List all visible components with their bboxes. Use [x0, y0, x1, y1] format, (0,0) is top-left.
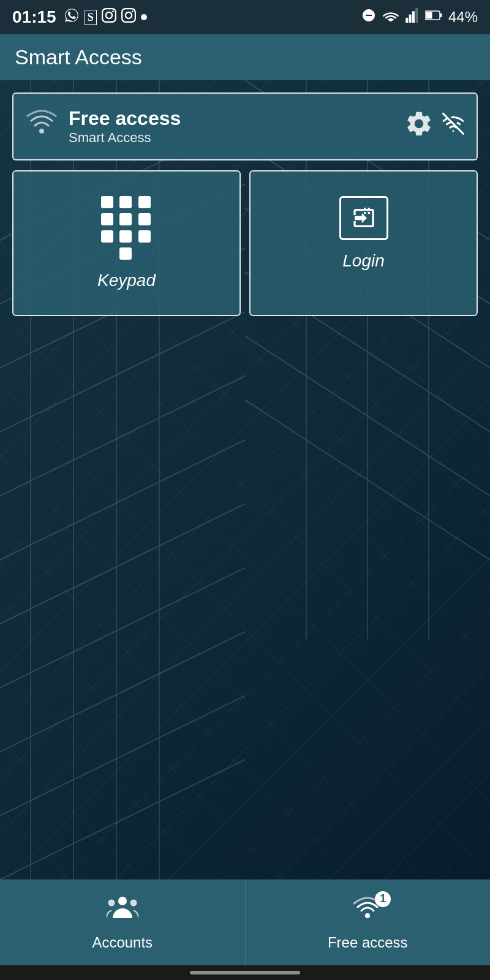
login-arrow-box — [339, 196, 388, 240]
keypad-icon — [101, 196, 153, 260]
svg-line-15 — [0, 631, 245, 752]
svg-line-10 — [0, 312, 245, 432]
camera-icon — [121, 8, 136, 26]
svg-line-11 — [0, 376, 245, 496]
login-button[interactable]: Login — [249, 170, 478, 316]
whatsapp-icon — [64, 7, 80, 27]
keypad-button[interactable]: Keypad — [12, 170, 241, 316]
status-bar-right: 44% — [361, 8, 478, 26]
svg-point-32 — [118, 897, 127, 905]
notification-dot — [141, 14, 147, 20]
svg-point-33 — [108, 899, 115, 906]
home-indicator — [0, 965, 490, 980]
svg-line-14 — [0, 568, 245, 688]
svg-line-13 — [0, 504, 245, 624]
accounts-icon — [107, 895, 138, 928]
svg-rect-5 — [440, 13, 442, 17]
sport-icon: S — [85, 10, 97, 25]
dnd-icon — [361, 8, 376, 26]
free-access-badge: 1 — [375, 891, 391, 907]
access-card-right — [404, 109, 464, 145]
home-bar — [190, 971, 300, 974]
status-time: 01:15 — [12, 7, 56, 27]
action-row: Keypad Login — [12, 170, 478, 316]
free-access-icon-wrapper: 1 — [352, 895, 383, 928]
svg-rect-0 — [405, 18, 408, 23]
instagram-icon — [102, 8, 116, 26]
access-card-subtitle: Smart Access — [69, 130, 181, 146]
login-label: Login — [342, 251, 385, 271]
signal-icon — [405, 8, 419, 26]
svg-line-17 — [0, 760, 245, 880]
battery-percentage: 44% — [448, 9, 478, 26]
access-card-left: Free access Smart Access — [26, 107, 181, 146]
status-bar: 01:15 S — [0, 0, 490, 34]
svg-point-35 — [365, 913, 370, 918]
svg-line-16 — [0, 696, 245, 816]
wifi-status-icon — [382, 9, 399, 26]
app-title: Smart Access — [15, 45, 475, 69]
nav-accounts[interactable]: Accounts — [0, 880, 245, 965]
main-content: Free access Smart Access — [0, 80, 490, 880]
status-bar-left: 01:15 S — [12, 7, 147, 27]
svg-rect-2 — [412, 11, 415, 23]
access-card[interactable]: Free access Smart Access — [12, 92, 478, 160]
keypad-label: Keypad — [97, 271, 156, 290]
bottom-nav: Accounts 1 Free access — [0, 880, 490, 965]
svg-rect-3 — [415, 8, 418, 23]
nav-free-access[interactable]: 1 Free access — [245, 880, 491, 965]
svg-rect-6 — [426, 12, 432, 19]
status-icons: S — [64, 7, 147, 27]
free-access-label: Free access — [328, 934, 408, 951]
svg-point-31 — [39, 129, 44, 134]
login-icon — [339, 196, 388, 240]
access-card-text: Free access Smart Access — [69, 107, 181, 146]
svg-point-34 — [130, 899, 137, 906]
svg-rect-1 — [409, 15, 412, 23]
gear-icon[interactable] — [404, 109, 434, 145]
access-card-title: Free access — [69, 107, 181, 130]
svg-line-12 — [0, 440, 245, 560]
app-header: Smart Access — [0, 34, 490, 80]
accounts-label: Accounts — [92, 934, 153, 951]
battery-icon — [425, 9, 442, 26]
wifi-broadcast-icon — [26, 109, 58, 144]
content-overlay: Free access Smart Access — [0, 80, 490, 328]
wifi-corner-signal-icon — [442, 113, 464, 140]
